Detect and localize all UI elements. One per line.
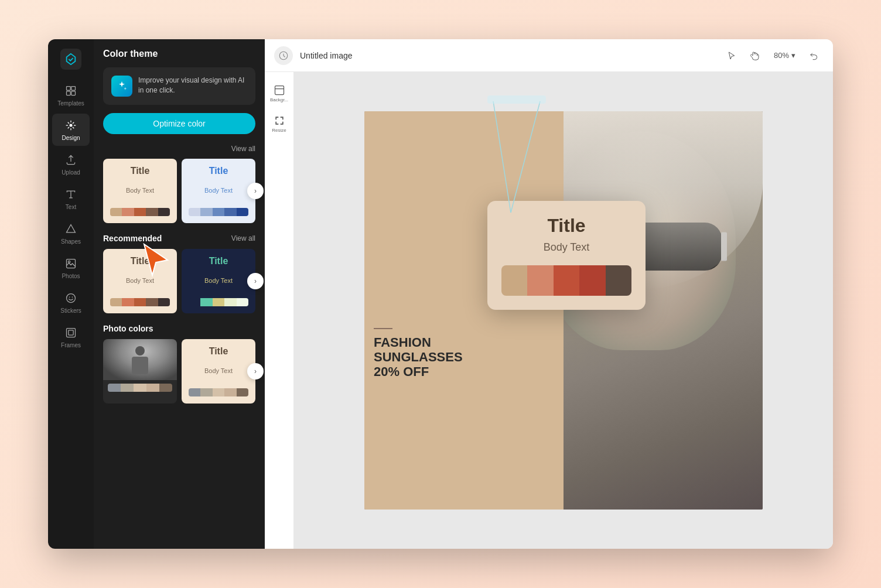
swatch: [110, 208, 122, 216]
panel-title: Color theme: [103, 49, 255, 59]
swatch: [189, 208, 200, 216]
photo-text-card[interactable]: Title Body Text: [182, 339, 255, 404]
canvas-area: Untitled image 80% ▾: [265, 39, 833, 549]
design-canvas[interactable]: FASHIONSUNGLASSES20% OFF: [364, 111, 763, 510]
swatch: [213, 298, 224, 306]
sidebar-item-stickers[interactable]: Stickers: [52, 286, 90, 319]
swatch: [146, 208, 158, 216]
swatch: [189, 298, 200, 306]
topbar-controls: 80% ▾: [722, 46, 824, 65]
swatch: [200, 298, 212, 306]
ai-banner-text: Improve your visual design with AI in on…: [138, 76, 247, 95]
color-swatches: [189, 388, 248, 396]
background-icon: [274, 84, 285, 96]
sidebar-item-design[interactable]: Design: [52, 114, 90, 146]
swatch: [237, 388, 248, 396]
theme-body: Body Text: [126, 187, 154, 194]
background-tool-button[interactable]: Backgr...: [268, 79, 291, 107]
theme-title: Title: [209, 256, 228, 266]
templates-icon: [64, 84, 78, 98]
swatch: [200, 388, 212, 396]
theme-card-dark[interactable]: Title Body Text: [182, 249, 255, 313]
expanded-swatch: [554, 265, 579, 296]
recommended-header: Recommended View all: [103, 234, 255, 243]
expanded-swatch: [527, 265, 553, 296]
topbar-title: Untitled image: [300, 51, 715, 60]
photo-figure: [128, 346, 152, 375]
top-themes-grid: Title Body Text Title Body Text: [103, 159, 255, 223]
select-tool-button[interactable]: [722, 46, 741, 65]
sidebar-item-frames[interactable]: Frames: [52, 321, 90, 353]
swatch: [224, 298, 236, 306]
color-swatches: [189, 208, 248, 216]
swatch: [213, 388, 224, 396]
expanded-swatch: [606, 265, 631, 296]
svg-point-9: [72, 297, 73, 298]
upload-icon: [64, 153, 78, 167]
recommended-grid: Title Body Text Title Body Text: [103, 249, 255, 313]
svg-rect-15: [487, 95, 546, 104]
svg-rect-0: [67, 87, 71, 91]
theme-card-warm2[interactable]: Title Body Text: [103, 249, 177, 313]
swatch: [108, 384, 121, 392]
photo-color-card[interactable]: [103, 339, 177, 404]
expanded-card[interactable]: Title Body Text: [487, 201, 646, 310]
swatch: [134, 208, 146, 216]
theme-body: Body Text: [204, 187, 233, 194]
photo-colors-header: Photo colors: [103, 324, 255, 333]
expanded-card-title: Title: [547, 215, 585, 237]
ai-magic-icon: [111, 76, 132, 97]
color-swatches: [110, 298, 170, 306]
expanded-card-swatches: [501, 265, 631, 296]
next-themes-button[interactable]: ›: [247, 183, 264, 199]
sidebar-item-label: Text: [66, 204, 76, 210]
text-icon: [64, 187, 78, 201]
photo-swatches: [108, 384, 172, 392]
svg-rect-12: [275, 86, 284, 94]
view-all-recommended[interactable]: View all: [231, 234, 255, 242]
svg-rect-11: [69, 330, 73, 335]
swatch: [224, 388, 236, 396]
swatch: [146, 298, 158, 306]
svg-point-7: [67, 294, 76, 303]
theme-body: Body Text: [126, 277, 154, 284]
top-themes-header: View all: [103, 145, 255, 153]
photo-colors-grid: Title Body Text ›: [103, 339, 255, 404]
resize-tool-button[interactable]: Resize: [268, 110, 291, 138]
theme-title: Title: [209, 166, 228, 176]
sidebar-item-label: Photos: [62, 273, 80, 279]
sidebar-item-shapes[interactable]: Shapes: [52, 217, 90, 249]
sidebar-item-label: Templates: [57, 100, 84, 107]
svg-rect-3: [71, 91, 76, 95]
shapes-icon: [64, 222, 78, 236]
color-theme-panel: Color theme Improve your visual design w…: [94, 39, 265, 549]
design-icon: [64, 118, 78, 132]
ai-banner: Improve your visual design with AI in on…: [103, 67, 255, 105]
theme-title: Title: [209, 346, 228, 357]
theme-title: Title: [131, 256, 150, 266]
text-area: FASHIONSUNGLASSES20% OFF: [364, 319, 564, 510]
icon-sidebar: Templates Design Upload: [48, 39, 94, 549]
sidebar-item-photos[interactable]: Photos: [52, 252, 90, 284]
sidebar-item-templates[interactable]: Templates: [52, 79, 90, 111]
next-photo-button[interactable]: ›: [247, 363, 264, 380]
sidebar-item-label: Frames: [61, 342, 81, 348]
theme-card-warm[interactable]: Title Body Text: [103, 159, 177, 223]
sidebar-item-upload[interactable]: Upload: [52, 148, 90, 180]
next-recommended-button[interactable]: ›: [247, 273, 264, 289]
canvas-wrapper: Backgr... Resize: [265, 72, 833, 549]
expanded-card-body: Body Text: [544, 241, 590, 254]
zoom-value: 80%: [774, 51, 789, 60]
topbar-logo: [274, 46, 293, 65]
swatch: [213, 208, 224, 216]
svg-point-6: [68, 261, 70, 262]
view-all-top[interactable]: View all: [231, 145, 255, 153]
sidebar-item-text[interactable]: Text: [52, 183, 90, 215]
hand-tool-button[interactable]: [746, 46, 764, 65]
undo-button[interactable]: [805, 46, 824, 65]
zoom-control[interactable]: 80% ▾: [769, 49, 800, 62]
swatch: [200, 208, 212, 216]
theme-card-blue[interactable]: Title Body Text: [182, 159, 255, 223]
swatch: [110, 298, 122, 306]
optimize-color-button[interactable]: Optimize color: [103, 113, 255, 134]
